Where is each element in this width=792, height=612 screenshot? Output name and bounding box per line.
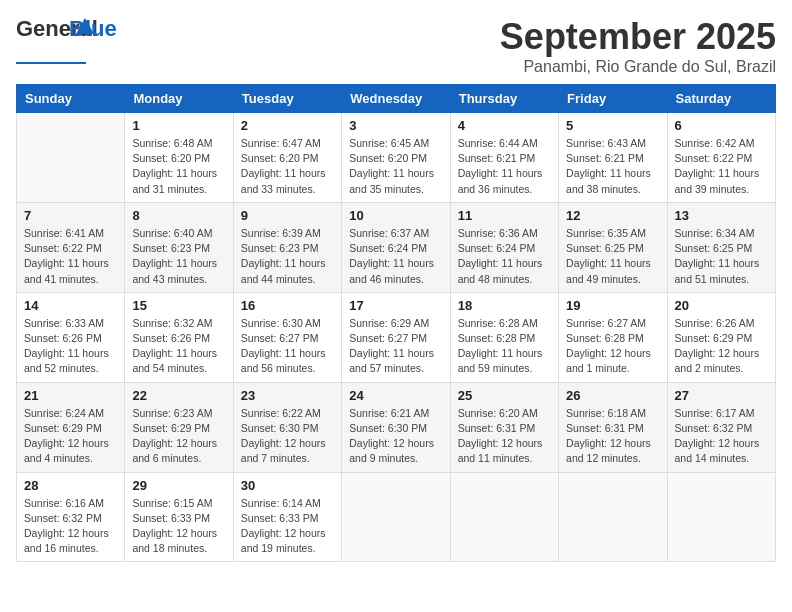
- calendar-cell: 22Sunrise: 6:23 AM Sunset: 6:29 PM Dayli…: [125, 382, 233, 472]
- day-number: 1: [132, 118, 225, 133]
- day-info: Sunrise: 6:21 AM Sunset: 6:30 PM Dayligh…: [349, 406, 442, 467]
- logo: General Blue: [16, 16, 86, 64]
- header-thursday: Thursday: [450, 85, 558, 113]
- day-info: Sunrise: 6:14 AM Sunset: 6:33 PM Dayligh…: [241, 496, 334, 557]
- day-number: 21: [24, 388, 117, 403]
- header-friday: Friday: [559, 85, 667, 113]
- calendar-cell: 27Sunrise: 6:17 AM Sunset: 6:32 PM Dayli…: [667, 382, 775, 472]
- month-title: September 2025: [500, 16, 776, 58]
- day-number: 15: [132, 298, 225, 313]
- day-info: Sunrise: 6:17 AM Sunset: 6:32 PM Dayligh…: [675, 406, 768, 467]
- day-info: Sunrise: 6:48 AM Sunset: 6:20 PM Dayligh…: [132, 136, 225, 197]
- day-info: Sunrise: 6:29 AM Sunset: 6:27 PM Dayligh…: [349, 316, 442, 377]
- day-info: Sunrise: 6:32 AM Sunset: 6:26 PM Dayligh…: [132, 316, 225, 377]
- calendar-cell: 16Sunrise: 6:30 AM Sunset: 6:27 PM Dayli…: [233, 292, 341, 382]
- calendar-cell: [17, 113, 125, 203]
- day-number: 9: [241, 208, 334, 223]
- day-info: Sunrise: 6:37 AM Sunset: 6:24 PM Dayligh…: [349, 226, 442, 287]
- day-info: Sunrise: 6:20 AM Sunset: 6:31 PM Dayligh…: [458, 406, 551, 467]
- week-row-3: 14Sunrise: 6:33 AM Sunset: 6:26 PM Dayli…: [17, 292, 776, 382]
- day-info: Sunrise: 6:27 AM Sunset: 6:28 PM Dayligh…: [566, 316, 659, 377]
- day-number: 26: [566, 388, 659, 403]
- day-info: Sunrise: 6:22 AM Sunset: 6:30 PM Dayligh…: [241, 406, 334, 467]
- day-number: 6: [675, 118, 768, 133]
- day-info: Sunrise: 6:18 AM Sunset: 6:31 PM Dayligh…: [566, 406, 659, 467]
- calendar-cell: 15Sunrise: 6:32 AM Sunset: 6:26 PM Dayli…: [125, 292, 233, 382]
- page-header: General Blue September 2025 Panambi, Rio…: [16, 16, 776, 76]
- calendar-cell: 18Sunrise: 6:28 AM Sunset: 6:28 PM Dayli…: [450, 292, 558, 382]
- calendar-cell: 23Sunrise: 6:22 AM Sunset: 6:30 PM Dayli…: [233, 382, 341, 472]
- calendar-cell: 4Sunrise: 6:44 AM Sunset: 6:21 PM Daylig…: [450, 113, 558, 203]
- calendar-cell: 17Sunrise: 6:29 AM Sunset: 6:27 PM Dayli…: [342, 292, 450, 382]
- day-number: 28: [24, 478, 117, 493]
- calendar-cell: 28Sunrise: 6:16 AM Sunset: 6:32 PM Dayli…: [17, 472, 125, 562]
- day-number: 30: [241, 478, 334, 493]
- day-info: Sunrise: 6:30 AM Sunset: 6:27 PM Dayligh…: [241, 316, 334, 377]
- logo-divider: [16, 62, 86, 64]
- day-number: 3: [349, 118, 442, 133]
- header-saturday: Saturday: [667, 85, 775, 113]
- day-number: 10: [349, 208, 442, 223]
- day-info: Sunrise: 6:26 AM Sunset: 6:29 PM Dayligh…: [675, 316, 768, 377]
- day-info: Sunrise: 6:47 AM Sunset: 6:20 PM Dayligh…: [241, 136, 334, 197]
- day-info: Sunrise: 6:41 AM Sunset: 6:22 PM Dayligh…: [24, 226, 117, 287]
- header-tuesday: Tuesday: [233, 85, 341, 113]
- week-row-5: 28Sunrise: 6:16 AM Sunset: 6:32 PM Dayli…: [17, 472, 776, 562]
- day-info: Sunrise: 6:15 AM Sunset: 6:33 PM Dayligh…: [132, 496, 225, 557]
- day-number: 7: [24, 208, 117, 223]
- week-row-1: 1Sunrise: 6:48 AM Sunset: 6:20 PM Daylig…: [17, 113, 776, 203]
- title-area: September 2025 Panambi, Rio Grande do Su…: [500, 16, 776, 76]
- calendar-cell: [559, 472, 667, 562]
- calendar-cell: 19Sunrise: 6:27 AM Sunset: 6:28 PM Dayli…: [559, 292, 667, 382]
- day-number: 18: [458, 298, 551, 313]
- day-info: Sunrise: 6:23 AM Sunset: 6:29 PM Dayligh…: [132, 406, 225, 467]
- day-number: 20: [675, 298, 768, 313]
- day-number: 27: [675, 388, 768, 403]
- day-number: 16: [241, 298, 334, 313]
- week-row-4: 21Sunrise: 6:24 AM Sunset: 6:29 PM Dayli…: [17, 382, 776, 472]
- logo-icon: [76, 18, 94, 34]
- calendar-cell: 30Sunrise: 6:14 AM Sunset: 6:33 PM Dayli…: [233, 472, 341, 562]
- day-info: Sunrise: 6:43 AM Sunset: 6:21 PM Dayligh…: [566, 136, 659, 197]
- calendar-cell: 7Sunrise: 6:41 AM Sunset: 6:22 PM Daylig…: [17, 202, 125, 292]
- calendar-table: SundayMondayTuesdayWednesdayThursdayFrid…: [16, 84, 776, 562]
- calendar-cell: 12Sunrise: 6:35 AM Sunset: 6:25 PM Dayli…: [559, 202, 667, 292]
- day-info: Sunrise: 6:36 AM Sunset: 6:24 PM Dayligh…: [458, 226, 551, 287]
- calendar-cell: [342, 472, 450, 562]
- day-number: 11: [458, 208, 551, 223]
- calendar-cell: 29Sunrise: 6:15 AM Sunset: 6:33 PM Dayli…: [125, 472, 233, 562]
- calendar-cell: 24Sunrise: 6:21 AM Sunset: 6:30 PM Dayli…: [342, 382, 450, 472]
- day-info: Sunrise: 6:16 AM Sunset: 6:32 PM Dayligh…: [24, 496, 117, 557]
- day-number: 29: [132, 478, 225, 493]
- day-number: 25: [458, 388, 551, 403]
- day-info: Sunrise: 6:44 AM Sunset: 6:21 PM Dayligh…: [458, 136, 551, 197]
- location-subtitle: Panambi, Rio Grande do Sul, Brazil: [500, 58, 776, 76]
- calendar-cell: 26Sunrise: 6:18 AM Sunset: 6:31 PM Dayli…: [559, 382, 667, 472]
- day-info: Sunrise: 6:45 AM Sunset: 6:20 PM Dayligh…: [349, 136, 442, 197]
- day-info: Sunrise: 6:24 AM Sunset: 6:29 PM Dayligh…: [24, 406, 117, 467]
- week-row-2: 7Sunrise: 6:41 AM Sunset: 6:22 PM Daylig…: [17, 202, 776, 292]
- day-number: 2: [241, 118, 334, 133]
- day-info: Sunrise: 6:39 AM Sunset: 6:23 PM Dayligh…: [241, 226, 334, 287]
- calendar-cell: 5Sunrise: 6:43 AM Sunset: 6:21 PM Daylig…: [559, 113, 667, 203]
- day-number: 19: [566, 298, 659, 313]
- day-number: 23: [241, 388, 334, 403]
- day-number: 4: [458, 118, 551, 133]
- calendar-cell: 20Sunrise: 6:26 AM Sunset: 6:29 PM Dayli…: [667, 292, 775, 382]
- day-number: 14: [24, 298, 117, 313]
- calendar-cell: 9Sunrise: 6:39 AM Sunset: 6:23 PM Daylig…: [233, 202, 341, 292]
- calendar-cell: 14Sunrise: 6:33 AM Sunset: 6:26 PM Dayli…: [17, 292, 125, 382]
- calendar-cell: 8Sunrise: 6:40 AM Sunset: 6:23 PM Daylig…: [125, 202, 233, 292]
- day-info: Sunrise: 6:33 AM Sunset: 6:26 PM Dayligh…: [24, 316, 117, 377]
- header-wednesday: Wednesday: [342, 85, 450, 113]
- header-monday: Monday: [125, 85, 233, 113]
- day-number: 5: [566, 118, 659, 133]
- calendar-cell: 1Sunrise: 6:48 AM Sunset: 6:20 PM Daylig…: [125, 113, 233, 203]
- day-info: Sunrise: 6:35 AM Sunset: 6:25 PM Dayligh…: [566, 226, 659, 287]
- calendar-cell: 3Sunrise: 6:45 AM Sunset: 6:20 PM Daylig…: [342, 113, 450, 203]
- day-info: Sunrise: 6:28 AM Sunset: 6:28 PM Dayligh…: [458, 316, 551, 377]
- calendar-cell: 6Sunrise: 6:42 AM Sunset: 6:22 PM Daylig…: [667, 113, 775, 203]
- day-number: 8: [132, 208, 225, 223]
- svg-marker-0: [76, 18, 94, 34]
- calendar-cell: 25Sunrise: 6:20 AM Sunset: 6:31 PM Dayli…: [450, 382, 558, 472]
